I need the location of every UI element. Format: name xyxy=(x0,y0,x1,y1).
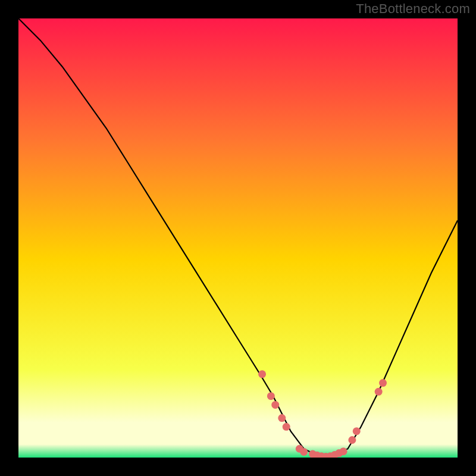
data-marker xyxy=(258,370,266,378)
data-marker xyxy=(267,392,275,400)
data-marker xyxy=(379,379,387,387)
gradient-background xyxy=(18,18,458,458)
data-marker xyxy=(283,423,290,431)
data-marker xyxy=(348,436,356,444)
data-marker xyxy=(271,401,279,409)
watermark-text: TheBottleneck.com xyxy=(356,1,470,17)
plot-area xyxy=(18,18,458,458)
data-marker xyxy=(375,388,383,396)
data-marker xyxy=(340,447,347,455)
data-marker xyxy=(353,427,361,435)
data-marker xyxy=(300,448,308,456)
plot-svg xyxy=(18,18,458,458)
chart-frame: TheBottleneck.com xyxy=(0,0,476,476)
data-marker xyxy=(278,414,286,422)
